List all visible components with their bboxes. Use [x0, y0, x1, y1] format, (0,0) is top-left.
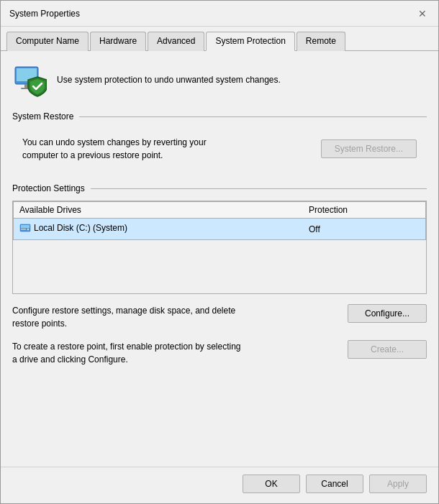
configure-description: Configure restore settings, manage disk …: [12, 304, 243, 330]
tab-computer-name[interactable]: Computer Name: [6, 32, 89, 51]
drives-table: Available Drives Protection: [13, 201, 426, 240]
footer-buttons: OK Cancel Apply: [1, 467, 438, 503]
drives-table-container: Available Drives Protection: [12, 201, 427, 294]
svg-rect-5: [21, 225, 30, 228]
svg-point-6: [27, 229, 29, 230]
info-row: Use system protection to undo unwanted s…: [12, 63, 427, 97]
system-restore-section: System Restore You can undo system chang…: [12, 111, 427, 169]
main-content: Use system protection to undo unwanted s…: [1, 51, 438, 467]
system-properties-window: System Properties ✕ Computer Name Hardwa…: [0, 0, 439, 504]
system-restore-area: You can undo system changes by reverting…: [12, 129, 427, 169]
window-title: System Properties: [9, 9, 80, 19]
tab-hardware[interactable]: Hardware: [90, 32, 146, 51]
col-header-drives: Available Drives: [14, 202, 304, 219]
drive-name-cell: Local Disk (C:) (System): [14, 219, 304, 240]
apply-button[interactable]: Apply: [369, 475, 427, 493]
configure-row: Configure restore settings, manage disk …: [12, 304, 427, 330]
tab-bar: Computer Name Hardware Advanced System P…: [1, 27, 438, 51]
create-row: To create a restore point, first enable …: [12, 340, 427, 366]
restore-content: You can undo system changes by reverting…: [22, 136, 417, 162]
info-description: Use system protection to undo unwanted s…: [57, 74, 281, 86]
col-header-protection: Protection: [303, 202, 426, 219]
system-restore-button[interactable]: System Restore...: [321, 139, 417, 158]
cancel-button[interactable]: Cancel: [306, 475, 363, 493]
tab-system-protection[interactable]: System Protection: [206, 32, 294, 51]
svg-rect-7: [21, 229, 26, 230]
system-protection-icon: [12, 63, 47, 97]
protection-settings-label: Protection Settings: [12, 183, 427, 193]
create-button[interactable]: Create...: [348, 340, 427, 359]
protection-settings-section: Protection Settings Available Drives Pro…: [12, 183, 427, 366]
tab-remote[interactable]: Remote: [297, 32, 345, 51]
restore-description: You can undo system changes by reverting…: [22, 136, 238, 162]
configure-button[interactable]: Configure...: [348, 304, 427, 323]
title-bar: System Properties ✕: [1, 1, 438, 27]
table-row[interactable]: Local Disk (C:) (System) Off: [14, 219, 426, 240]
ok-button[interactable]: OK: [243, 475, 300, 493]
protection-status-cell: Off: [303, 219, 426, 240]
create-description: To create a restore point, first enable …: [12, 340, 243, 366]
tab-advanced[interactable]: Advanced: [148, 32, 204, 51]
system-restore-label: System Restore: [12, 111, 427, 122]
close-button[interactable]: ✕: [415, 6, 430, 21]
drive-entry: Local Disk (C:) (System): [19, 222, 127, 234]
